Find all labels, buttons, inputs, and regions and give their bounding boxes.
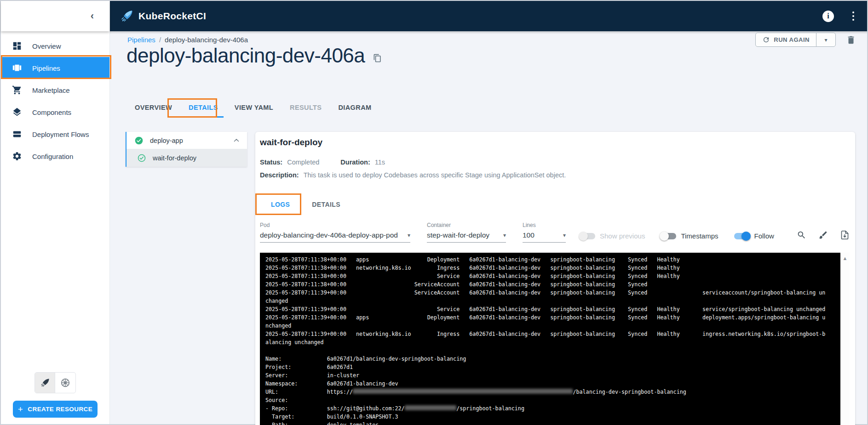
container-select-field: Container step-wait-for-deploy ▾: [427, 222, 506, 243]
log-line: 2025-05-28T07:11:39+00:00 ServiceAccount…: [265, 289, 835, 297]
container-label: Container: [427, 222, 506, 228]
task-item-wait-for-deploy[interactable]: wait-for-deploy: [126, 149, 247, 167]
console-scrollbar[interactable]: ▲: [840, 253, 850, 425]
run-again-button[interactable]: RUN AGAIN: [756, 33, 816, 46]
log-line: Target: build/0.1.0-SNAPSHOT.3: [265, 413, 835, 421]
lines-select-field: Lines 100 ▾: [523, 222, 566, 243]
status-value: Completed: [287, 159, 319, 166]
sidebar-item-label: Pipelines: [32, 64, 60, 72]
info-icon[interactable]: i: [822, 11, 834, 22]
scroll-up-icon[interactable]: ▲: [843, 255, 848, 425]
log-line: Server: in-cluster: [265, 371, 835, 380]
timestamps-label: Timestamps: [681, 232, 718, 240]
show-previous-label: Show previous: [600, 232, 645, 240]
chevron-up-icon[interactable]: [232, 136, 241, 145]
trash-icon: [846, 35, 856, 45]
create-resource-label: CREATE RESOURCE: [28, 406, 92, 413]
create-resource-button[interactable]: + CREATE RESOURCE: [13, 401, 98, 418]
log-console[interactable]: 2025-05-28T07:11:38+00:00 apps Deploymen…: [260, 253, 840, 425]
breadcrumb: Pipelines / deploy-balancing-dev-406a: [127, 36, 248, 44]
page-title-row: deploy-balancing-dev-406a: [126, 44, 382, 67]
task-group-deploy-app[interactable]: deploy-app: [126, 132, 247, 149]
chevron-down-icon: ▾: [824, 37, 827, 43]
sidebar-item-components[interactable]: Components: [1, 101, 109, 123]
log-line: - Repo: ssh://git@github.com:22//springb…: [265, 404, 835, 413]
log-line: Path: deploy-templates: [265, 421, 835, 425]
task-list-panel: deploy-app wait-for-deploy: [126, 132, 247, 167]
sidebar-nav: Overview Pipelines Marketplace Component…: [1, 31, 109, 167]
breadcrumb-current: deploy-balancing-dev-406a: [165, 36, 248, 44]
search-icon[interactable]: [797, 230, 806, 240]
rocket-view-toggle[interactable]: [35, 373, 55, 393]
description-label: Description:: [260, 171, 299, 179]
top-header: KubeRocketCI i: [110, 1, 867, 31]
log-line: 2025-05-28T07:11:39+00:00 apps Deploymen…: [265, 313, 835, 322]
download-logs-icon[interactable]: [840, 230, 850, 240]
pipeline-tabs: OVERVIEW DETAILS VIEW YAML RESULTS DIAGR…: [126, 97, 380, 118]
log-controls: Pod deploy-balancing-dev-406a-deploy-app…: [260, 222, 850, 243]
app-logo[interactable]: KubeRocketCI: [120, 9, 206, 23]
lines-select[interactable]: 100 ▾: [523, 231, 566, 243]
follow-label: Follow: [754, 232, 774, 240]
gear-icon: [12, 151, 22, 161]
log-line: Source:: [265, 396, 835, 404]
subtab-details[interactable]: DETAILS: [301, 195, 351, 214]
sidebar-item-deployment-flows[interactable]: Deployment Flows: [1, 123, 109, 145]
show-previous-toggle[interactable]: Show previous: [580, 232, 645, 240]
plus-icon: +: [18, 404, 23, 414]
sidebar-item-configuration[interactable]: Configuration: [1, 145, 109, 167]
copy-icon[interactable]: [373, 54, 382, 62]
page-title: deploy-balancing-dev-406a: [126, 44, 365, 67]
pod-select[interactable]: deploy-balancing-dev-406a-deploy-app-pod…: [260, 231, 410, 243]
tab-overview[interactable]: OVERVIEW: [126, 97, 180, 118]
container-select[interactable]: step-wait-for-deploy ▾: [427, 231, 506, 243]
tab-view-yaml[interactable]: VIEW YAML: [226, 97, 282, 118]
flows-icon: [12, 129, 22, 139]
log-subtabs: LOGS DETAILS: [260, 195, 351, 214]
breadcrumb-pipelines-link[interactable]: Pipelines: [127, 36, 155, 44]
log-line: alancing unchanged: [265, 338, 835, 346]
task-item-label: wait-for-deploy: [153, 154, 241, 162]
dashboard-icon: [12, 41, 22, 51]
sidebar-collapse-icon[interactable]: ‹: [91, 11, 94, 21]
follow-toggle[interactable]: Follow: [734, 232, 774, 240]
check-circle-outline-icon: [137, 153, 146, 163]
task-description-row: Description: This task is used to deploy…: [260, 171, 566, 179]
rocket-logo-icon: [120, 9, 134, 23]
app-title: KubeRocketCI: [138, 11, 206, 22]
tab-results[interactable]: RESULTS: [282, 97, 330, 118]
subtab-logs[interactable]: LOGS: [260, 195, 301, 214]
page-actions: RUN AGAIN ▾: [755, 33, 856, 47]
chevron-down-icon: ▾: [408, 232, 410, 238]
log-line: URL: https:///balancing-dev-springboot-b…: [265, 388, 835, 396]
kebab-menu-icon[interactable]: [850, 10, 857, 23]
container-select-value: step-wait-for-deploy: [427, 231, 489, 239]
run-again-label: RUN AGAIN: [774, 36, 810, 43]
timestamps-toggle[interactable]: Timestamps: [661, 232, 718, 240]
clear-logs-broom-icon[interactable]: [818, 230, 828, 240]
sidebar-item-label: Marketplace: [32, 86, 70, 94]
log-line: Name: 6a0267d1/balancing-dev-springboot-…: [265, 355, 835, 363]
sidebar-item-pipelines[interactable]: Pipelines: [1, 57, 109, 79]
task-name-heading: wait-for-deploy: [260, 137, 322, 147]
sidebar-item-label: Deployment Flows: [32, 130, 89, 138]
sidebar-item-overview[interactable]: Overview: [1, 35, 109, 57]
sidebar-header: ‹: [1, 1, 109, 31]
log-line: changed: [265, 297, 835, 305]
status-label: Status:: [260, 159, 282, 166]
run-again-dropdown-button[interactable]: ▾: [816, 33, 835, 46]
kubernetes-wheel-icon: [60, 378, 70, 388]
kubernetes-view-toggle[interactable]: [55, 373, 75, 393]
check-circle-filled-icon: [134, 136, 144, 145]
log-line: 2025-05-28T07:11:38+00:00 ServiceAccount…: [265, 280, 835, 289]
tab-details[interactable]: DETAILS: [180, 97, 226, 118]
lines-select-value: 100: [523, 231, 535, 239]
pod-label: Pod: [260, 222, 410, 228]
sidebar-item-marketplace[interactable]: Marketplace: [1, 79, 109, 101]
tab-diagram[interactable]: DIAGRAM: [330, 97, 379, 118]
description-value: This task is used to deploy Codebases ac…: [304, 171, 566, 179]
delete-button[interactable]: [846, 35, 856, 45]
log-line: Project: 6a0267d1: [265, 363, 835, 371]
main-content: Pipelines / deploy-balancing-dev-406a RU…: [110, 31, 867, 424]
log-line: 2025-05-28T07:11:39+00:00 Service 6a0267…: [265, 305, 835, 313]
